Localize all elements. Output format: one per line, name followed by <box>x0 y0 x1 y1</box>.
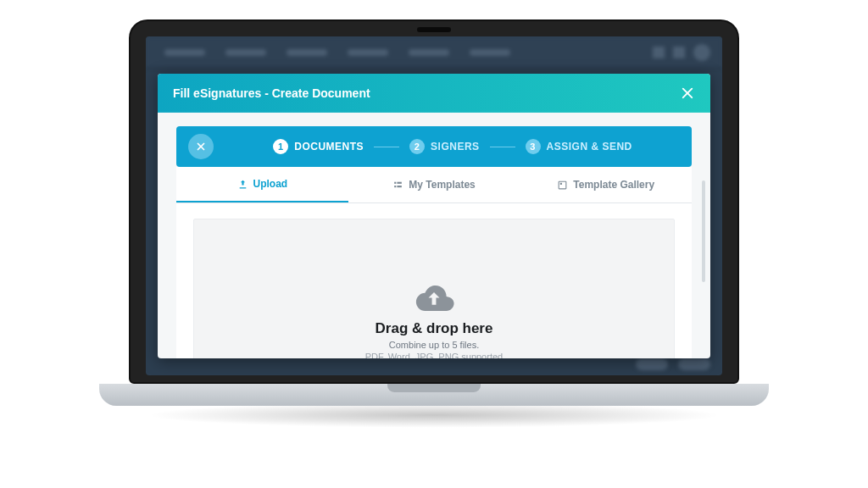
steps-container: 1 DOCUMENTS 2 SIGNERS 3 ASSIGN <box>214 139 692 154</box>
tab-template-gallery[interactable]: Template Gallery <box>520 167 692 202</box>
gallery-icon <box>557 179 568 190</box>
modal-header: Fill eSignatures - Create Document <box>158 74 710 113</box>
step-number-3: 3 <box>526 139 541 154</box>
laptop-base <box>99 384 769 406</box>
step-number-1: 1 <box>273 139 288 154</box>
list-icon <box>392 179 403 190</box>
modal-body: 1 DOCUMENTS 2 SIGNERS 3 ASSIGN <box>158 113 710 358</box>
close-icon[interactable] <box>680 86 695 101</box>
svg-rect-9 <box>560 182 562 184</box>
background-nav <box>146 36 722 69</box>
create-document-modal: Fill eSignatures - Create Document <box>158 74 710 358</box>
cloud-upload-icon <box>412 281 456 315</box>
tab-template-gallery-label: Template Gallery <box>573 179 654 191</box>
step-assign-send[interactable]: 3 ASSIGN & SEND <box>526 139 632 154</box>
step-number-2: 2 <box>409 139 425 154</box>
upload-icon <box>237 178 248 189</box>
screen-bezel: Fill eSignatures - Create Document <box>129 19 739 384</box>
svg-rect-5 <box>398 181 402 183</box>
dropzone-container: Drag & drop here Combine up to 5 files. … <box>176 203 692 358</box>
step-label-documents: DOCUMENTS <box>294 141 364 152</box>
tab-my-templates-label: My Templates <box>409 179 475 191</box>
step-label-assign-send: ASSIGN & SEND <box>547 141 632 152</box>
modal-title: Fill eSignatures - Create Document <box>173 86 370 100</box>
laptop-mockup: Fill eSignatures - Create Document <box>129 19 739 428</box>
dropzone-headline: Drag & drop here <box>376 320 493 337</box>
screen: Fill eSignatures - Create Document <box>146 36 722 375</box>
step-signers[interactable]: 2 SIGNERS <box>409 139 480 154</box>
tab-upload[interactable]: Upload <box>176 167 348 202</box>
tab-upload-label: Upload <box>253 178 288 190</box>
svg-rect-6 <box>394 185 396 186</box>
step-label-signers: SIGNERS <box>431 141 480 152</box>
step-divider <box>490 146 515 147</box>
stepper-close-button[interactable] <box>188 134 214 159</box>
camera-notch <box>417 27 451 32</box>
tab-my-templates[interactable]: My Templates <box>348 167 520 202</box>
step-divider <box>374 146 399 147</box>
svg-rect-7 <box>398 185 402 186</box>
dropzone-subline: Combine up to 5 files. <box>389 340 479 350</box>
svg-rect-8 <box>559 181 566 189</box>
laptop-shadow <box>146 402 722 428</box>
svg-rect-4 <box>394 181 396 183</box>
dropzone-formats: PDF, Word, JPG, PNG supported <box>365 352 503 358</box>
background-footer <box>636 358 710 370</box>
file-dropzone[interactable]: Drag & drop here Combine up to 5 files. … <box>193 219 675 358</box>
progress-stepper: 1 DOCUMENTS 2 SIGNERS 3 ASSIGN <box>176 126 692 167</box>
step-documents[interactable]: 1 DOCUMENTS <box>273 139 364 154</box>
source-tabs: Upload My Templates Templa <box>176 167 692 203</box>
